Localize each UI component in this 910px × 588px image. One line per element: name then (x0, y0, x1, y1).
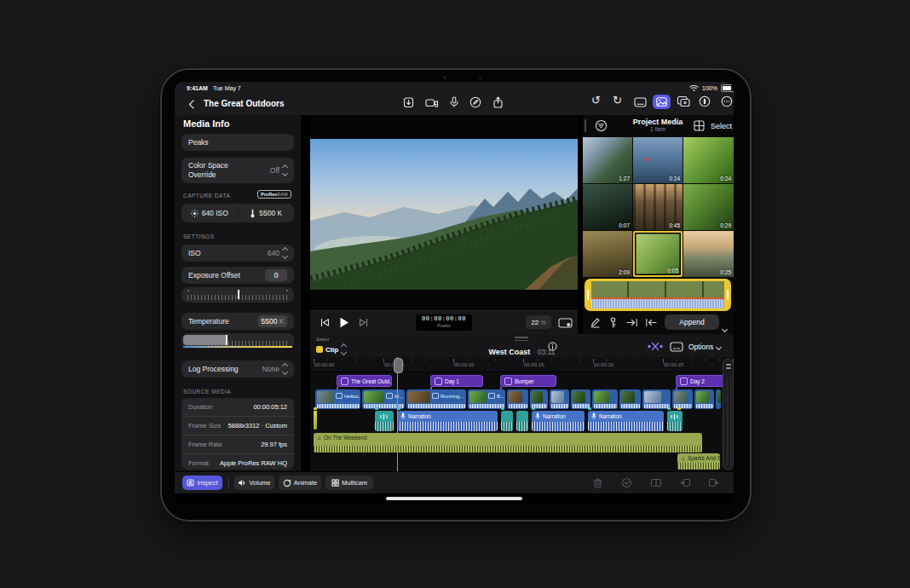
title-clip[interactable]: Day 1 (430, 375, 483, 387)
video-clip[interactable]: Running... (406, 389, 466, 409)
undo-icon[interactable]: ↺ (591, 95, 601, 106)
camera-icon[interactable] (425, 97, 439, 108)
viewer-display-icon[interactable] (634, 97, 647, 107)
microphone-icon[interactable] (450, 96, 458, 108)
remote-icon[interactable] (699, 95, 711, 107)
video-clip[interactable] (550, 389, 569, 409)
video-clip[interactable]: M... (362, 389, 405, 409)
media-browser-icon[interactable] (653, 95, 671, 109)
project-info-icon[interactable] (548, 342, 557, 351)
video-clip[interactable] (642, 389, 671, 409)
audio-clip[interactable] (375, 411, 394, 431)
video-clip[interactable] (571, 389, 590, 409)
video-clip[interactable] (592, 389, 618, 409)
timecode-display[interactable]: 00:00:00:00 Peaks (416, 314, 472, 331)
stepper-icon[interactable] (283, 165, 287, 176)
grid-view-icon[interactable] (694, 120, 705, 131)
timeline-ruler[interactable]: 00:00:00 00:00:05 00:00:10 00:00:15 00:0… (310, 357, 734, 372)
keyword-key-icon[interactable] (608, 317, 618, 328)
trim-handle-right[interactable] (727, 290, 729, 300)
append-options-chevron[interactable] (723, 320, 727, 335)
more-icon[interactable] (721, 95, 733, 107)
title-clip[interactable]: Day 2 (676, 375, 729, 387)
filter-icon[interactable] (595, 119, 608, 132)
draw-pen-icon[interactable] (590, 317, 601, 328)
zoom-level-control[interactable]: 22 % (526, 315, 551, 329)
audio-clip[interactable] (516, 411, 528, 431)
video-clip[interactable] (672, 389, 693, 409)
exposure-slider[interactable] (181, 287, 294, 303)
temperature-slider[interactable] (181, 333, 294, 349)
check-circle-icon[interactable] (621, 477, 632, 488)
volume-button[interactable]: Volume (234, 476, 274, 490)
insert-at-start-icon[interactable] (645, 318, 657, 327)
insert-right-icon[interactable] (708, 477, 720, 488)
video-clip[interactable] (507, 389, 528, 409)
selected-clip-filmstrip[interactable] (585, 279, 731, 311)
home-indicator[interactable] (386, 497, 522, 500)
stepper-icon[interactable] (283, 248, 287, 258)
title-clip[interactable]: Bumper (500, 375, 556, 387)
split-clip-icon[interactable] (650, 477, 662, 488)
stepper-icon[interactable] (283, 364, 287, 374)
media-thumbnail[interactable]: 0:25 (683, 231, 734, 277)
redo-icon[interactable]: ↻ (613, 95, 622, 106)
temperature-value-field[interactable]: 5500 K (258, 315, 287, 327)
play-button[interactable] (339, 317, 349, 328)
narration-clip[interactable]: Narration (532, 411, 585, 431)
audio-clip[interactable] (501, 411, 513, 431)
video-clip[interactable] (694, 389, 714, 409)
capture-icon[interactable] (677, 95, 690, 107)
video-clip[interactable] (619, 389, 641, 409)
connect-clips-icon[interactable] (648, 342, 663, 351)
skip-forward-icon[interactable] (359, 318, 368, 327)
skip-back-icon[interactable] (320, 318, 330, 327)
panel-drag-handle[interactable] (515, 337, 528, 341)
video-clip[interactable] (530, 389, 548, 409)
multicam-button[interactable]: Multicam (325, 476, 373, 490)
trash-icon[interactable] (592, 477, 603, 488)
media-thumbnail[interactable]: 0:24 (633, 137, 682, 183)
clip-name-field[interactable]: Peaks (181, 134, 294, 151)
share-icon[interactable] (492, 96, 504, 108)
options-button[interactable]: Options (688, 343, 721, 351)
timeline-overview-icon[interactable] (670, 342, 683, 352)
insert-left-icon[interactable] (679, 477, 691, 488)
playhead[interactable] (397, 357, 398, 471)
audio-clip[interactable] (667, 411, 682, 431)
media-thumbnail[interactable]: 0:45 (633, 184, 682, 230)
narration-clip[interactable]: Narration (588, 411, 664, 431)
iso-setting-row[interactable]: ISO 640 (181, 245, 294, 262)
title-clip[interactable]: The Great Outd... (337, 375, 392, 387)
back-button[interactable] (188, 100, 194, 109)
video-frame[interactable] (310, 139, 578, 290)
pencil-draw-icon[interactable] (469, 96, 481, 108)
append-button[interactable]: Append (665, 314, 719, 330)
media-thumbnail[interactable]: 0:24 (683, 137, 734, 183)
playhead-handle[interactable] (394, 358, 403, 373)
kelvin-capture-button[interactable]: 5500 K (239, 209, 295, 218)
music-clip[interactable]: ♫Sparks And Sh (677, 453, 720, 470)
video-clip[interactable]: B... (468, 389, 505, 409)
video-clip[interactable]: Helico... (315, 389, 360, 409)
music-clip[interactable]: ♫On The Weekend (314, 433, 702, 453)
append-to-end-icon[interactable] (626, 318, 638, 327)
animate-button[interactable]: Animate (279, 476, 321, 490)
video-clip[interactable] (716, 389, 721, 409)
media-thumbnail-selected[interactable]: 0:05 (633, 231, 682, 277)
narration-clip[interactable]: Narration (397, 411, 498, 431)
media-thumbnail[interactable]: 0:29 (683, 184, 734, 230)
select-button[interactable]: Select (711, 122, 732, 130)
timeline-vertical-scrollbar[interactable] (723, 359, 734, 470)
color-space-override-control[interactable]: Color Space Override Off (181, 158, 294, 183)
log-processing-row[interactable]: Log Processing None (181, 360, 294, 378)
media-thumbnail[interactable]: 2:09 (583, 231, 632, 277)
trim-handle-left[interactable] (587, 290, 589, 300)
media-thumbnail[interactable]: 0:07 (583, 184, 632, 230)
import-icon[interactable] (403, 96, 414, 108)
pip-viewer-icon[interactable] (558, 318, 573, 328)
audio-clip-sliver[interactable] (314, 411, 317, 429)
inspect-button[interactable]: Inspect (182, 476, 222, 490)
iso-capture-button[interactable]: 640 ISO (181, 209, 238, 217)
exposure-value-field[interactable]: 0 (265, 269, 287, 281)
